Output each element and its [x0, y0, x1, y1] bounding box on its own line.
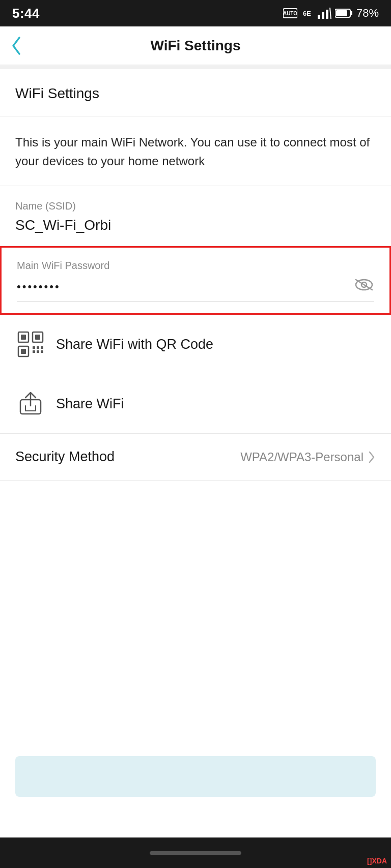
signal-6e-icon: 6E [300, 8, 314, 19]
page-title: WiFi Settings [150, 38, 240, 54]
security-label: Security Method [15, 449, 115, 465]
top-nav: WiFi Settings [0, 26, 391, 65]
share-qr-row[interactable]: Share WiFi with QR Code [0, 315, 391, 374]
thin-divider [0, 65, 391, 69]
share-wifi-row[interactable]: Share WiFi [0, 374, 391, 434]
wifi-signal-icon [317, 8, 332, 19]
svg-rect-19 [33, 346, 35, 349]
security-value: WPA2/WPA3-Personal [240, 450, 364, 464]
section-title-row: WiFi Settings [0, 69, 391, 116]
back-arrow-icon [10, 36, 22, 56]
battery-icon [335, 8, 353, 19]
back-button[interactable] [10, 36, 22, 56]
qr-icon [15, 329, 46, 360]
ssid-label: Name (SSID) [15, 200, 376, 212]
home-indicator [150, 851, 241, 855]
svg-text:6E: 6E [303, 10, 311, 17]
svg-rect-5 [326, 10, 328, 19]
svg-rect-23 [41, 350, 43, 353]
svg-rect-21 [33, 350, 35, 353]
share-qr-label: Share WiFi with QR Code [56, 337, 213, 352]
password-dots: •••••••• [17, 280, 61, 293]
svg-rect-14 [21, 335, 26, 340]
description-text: This is your main WiFi Network. You can … [15, 135, 370, 168]
password-input-row: •••••••• [17, 278, 374, 302]
ssid-value: SC_Wi-Fi_Orbi [15, 217, 376, 233]
status-bar: 5:44 AUTO 6E 78% [0, 0, 391, 26]
password-field-row[interactable]: Main WiFi Password •••••••• [0, 246, 391, 315]
description-row: This is your main WiFi Network. You can … [0, 116, 391, 186]
svg-rect-8 [350, 11, 352, 15]
svg-rect-9 [336, 10, 347, 16]
svg-rect-24 [41, 346, 43, 349]
svg-rect-18 [21, 349, 26, 354]
svg-rect-3 [318, 15, 320, 19]
svg-text:AUTO: AUTO [283, 11, 297, 16]
content-area: WiFi Settings This is your main WiFi Net… [0, 69, 391, 634]
svg-rect-20 [37, 346, 39, 349]
share-icon [15, 388, 46, 419]
battery-percentage: 78% [356, 7, 379, 20]
password-label: Main WiFi Password [17, 260, 374, 272]
status-time: 5:44 [12, 6, 40, 21]
eye-toggle-icon[interactable] [354, 278, 374, 295]
svg-rect-4 [322, 12, 324, 19]
auto-icon: AUTO [283, 8, 297, 19]
ssid-field-row: Name (SSID) SC_Wi-Fi_Orbi [0, 186, 391, 246]
svg-rect-22 [37, 350, 39, 353]
share-wifi-label: Share WiFi [56, 396, 124, 412]
svg-rect-16 [35, 335, 40, 340]
security-method-row[interactable]: Security Method WPA2/WPA3-Personal [0, 434, 391, 481]
bottom-hint [15, 756, 376, 797]
xda-watermark: []XDA [367, 857, 387, 865]
status-icons: AUTO 6E 78% [283, 7, 379, 20]
bottom-area [0, 634, 391, 837]
bottom-bar: []XDA [0, 837, 391, 868]
security-value-row: WPA2/WPA3-Personal [240, 450, 376, 464]
chevron-right-icon [368, 451, 376, 463]
svg-line-6 [330, 8, 331, 19]
section-title: WiFi Settings [15, 85, 99, 101]
